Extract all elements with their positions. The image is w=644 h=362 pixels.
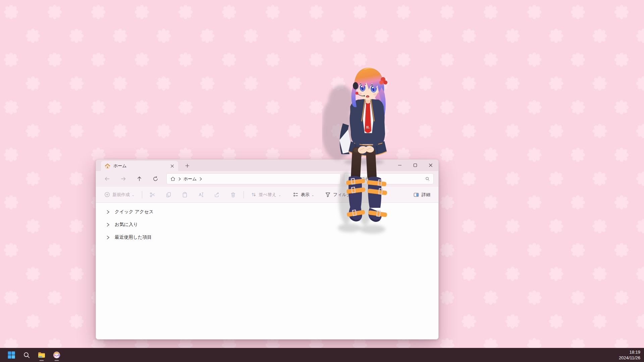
up-button[interactable]: [133, 173, 146, 185]
tree-item-label: 最近使用した項目: [115, 234, 152, 240]
taskbar-file-explorer-button[interactable]: [35, 348, 49, 362]
toolbar-separator: [142, 191, 142, 198]
close-icon: [170, 164, 174, 168]
rename-icon: [198, 191, 204, 198]
sort-arrows-icon: [251, 191, 257, 198]
chevron-right-icon[interactable]: [106, 235, 110, 240]
sort-button[interactable]: 並べ替え ⌄: [248, 189, 284, 200]
chevron-right-icon[interactable]: [106, 210, 110, 214]
close-icon: [429, 163, 433, 167]
address-bar[interactable]: ホーム: [166, 173, 341, 184]
desktop-mascot-character[interactable]: IL: [322, 64, 409, 238]
chevron-right-icon: [178, 177, 181, 181]
taskbar-clock[interactable]: 18:19 2024/11/26: [619, 350, 640, 361]
desktop: ホーム: [0, 0, 644, 362]
windows-logo-icon: [7, 351, 15, 359]
maximize-icon: [413, 163, 417, 167]
refresh-button[interactable]: [149, 173, 162, 185]
close-window-button[interactable]: [423, 160, 438, 171]
details-pane-button[interactable]: 詳細: [410, 189, 433, 200]
start-button[interactable]: [4, 348, 18, 362]
taskbar-mascot-app-button[interactable]: [50, 348, 64, 362]
tab-home[interactable]: ホーム: [101, 161, 178, 171]
arrow-right-icon: [120, 176, 126, 182]
clock-time: 18:19: [619, 350, 640, 355]
clock-date: 2024/11/26: [619, 355, 640, 361]
details-pane-icon: [413, 191, 420, 198]
home-icon: [170, 176, 176, 182]
view-list-icon: [292, 191, 299, 198]
toolbar-separator: [244, 191, 244, 198]
share-button[interactable]: [211, 189, 223, 200]
svg-text:IL: IL: [366, 125, 370, 129]
view-button[interactable]: 表示 ⌄: [290, 189, 317, 200]
folder-icon: [37, 351, 46, 359]
back-button[interactable]: [101, 173, 113, 185]
sort-label: 並べ替え: [259, 192, 277, 198]
mascot-app-icon: [53, 351, 61, 359]
arrow-left-icon: [104, 176, 110, 182]
new-item-label: 新規作成: [112, 192, 130, 198]
chevron-down-icon: ⌄: [278, 193, 281, 197]
new-tab-button[interactable]: [182, 161, 192, 170]
scissors-icon: [149, 191, 156, 198]
running-indicator: [40, 360, 44, 361]
delete-button[interactable]: [227, 189, 239, 200]
view-label: 表示: [301, 192, 310, 198]
chevron-down-icon: ⌄: [132, 193, 135, 197]
taskbar: 18:19 2024/11/26: [0, 348, 644, 362]
tab-close-button[interactable]: [169, 163, 175, 169]
plus-circle-icon: [104, 191, 110, 198]
tab-title: ホーム: [113, 163, 166, 169]
cut-button[interactable]: [146, 189, 159, 200]
plus-icon: [185, 164, 190, 168]
chevron-down-icon: ⌄: [312, 193, 314, 197]
paste-button[interactable]: [178, 189, 191, 200]
search-icon: [23, 351, 31, 359]
copy-icon: [165, 191, 172, 198]
chevron-right-icon[interactable]: [106, 223, 110, 227]
refresh-icon: [153, 176, 158, 182]
new-item-button[interactable]: 新規作成 ⌄: [101, 189, 137, 200]
paste-icon: [181, 191, 188, 198]
breadcrumb-home[interactable]: ホーム: [183, 176, 197, 182]
details-label: 詳細: [422, 192, 430, 198]
running-indicator: [55, 360, 59, 361]
rename-button[interactable]: [195, 189, 207, 200]
home-tab-icon: [104, 163, 111, 169]
trash-icon: [230, 191, 236, 198]
copy-button[interactable]: [162, 189, 175, 200]
forward-button[interactable]: [117, 173, 129, 185]
tree-item-label: お気に入り: [115, 222, 138, 228]
share-icon: [214, 191, 220, 198]
arrow-up-icon: [137, 176, 142, 182]
taskbar-search-button[interactable]: [19, 348, 34, 362]
search-icon: [425, 176, 430, 181]
chevron-right-icon: [199, 177, 202, 181]
tree-item-label: クイック アクセス: [115, 209, 154, 215]
maximize-button[interactable]: [408, 160, 423, 171]
